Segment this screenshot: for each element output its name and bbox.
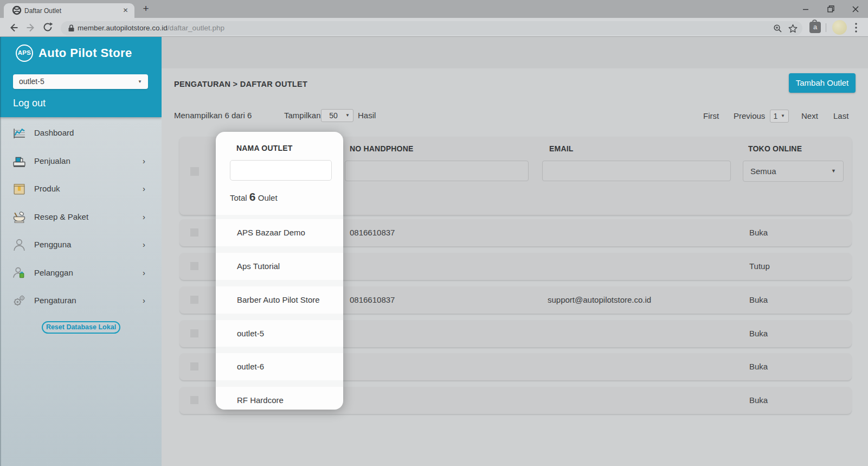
chevron-right-icon: › <box>143 205 145 229</box>
column-header-email: EMAIL <box>549 144 574 153</box>
gears-icon <box>12 294 26 308</box>
menu-kebab-icon[interactable] <box>854 22 858 33</box>
pagination-page-select[interactable]: 1▼ <box>770 110 789 123</box>
address-bar[interactable]: member.autopilotstore.co.id/daftar_outle… <box>61 21 802 35</box>
sidebar-item-produk[interactable]: Produk › <box>0 177 162 201</box>
hasil-label: Hasil <box>358 111 376 120</box>
outlet-name-cell[interactable]: outlet-5 <box>237 320 340 347</box>
tambah-outlet-button[interactable]: Tambah Outlet <box>789 73 856 93</box>
sidebar-item-resep-paket[interactable]: Resep & Paket › <box>0 205 162 229</box>
box-icon <box>12 182 26 196</box>
brand-name: Auto Pilot Store <box>38 46 132 60</box>
chevron-right-icon: › <box>143 149 145 173</box>
outlet-name-cell[interactable]: Aps Tutorial <box>237 253 340 280</box>
sidebar-item-dashboard[interactable]: Dashboard <box>0 121 162 145</box>
row-checkbox[interactable] <box>190 362 198 371</box>
zoom-icon[interactable] <box>773 24 782 33</box>
back-button[interactable] <box>8 22 20 34</box>
browser-titlebar: Daftar Outlet ✕ + <box>0 0 868 18</box>
reset-database-button[interactable]: Reset Database Lokal <box>42 321 120 334</box>
bookmark-star-icon[interactable] <box>788 24 798 33</box>
outlet-name-cell[interactable]: RF Hardcore <box>237 387 340 410</box>
customer-icon <box>12 266 26 280</box>
row-checkbox[interactable] <box>190 262 198 270</box>
outlet-name-cell[interactable]: APS Bazaar Demo <box>237 219 340 246</box>
brand-logo: APS <box>16 44 33 62</box>
column-header-phone: NO HANDPHONE <box>350 144 414 153</box>
name-filter-input[interactable] <box>230 160 332 181</box>
chevron-right-icon: › <box>143 233 145 257</box>
row-gap <box>216 246 343 253</box>
pagination-previous[interactable]: Previous <box>734 111 765 120</box>
chevron-right-icon: › <box>143 289 145 312</box>
favicon-globe-icon <box>12 5 22 15</box>
online-filter-select[interactable]: Semua▼ <box>743 161 844 182</box>
extension-bag-icon[interactable]: a <box>809 22 821 33</box>
pagination-first[interactable]: First <box>703 111 719 120</box>
column-header-name: NAMA OUTLET <box>236 144 293 152</box>
select-all-checkbox[interactable] <box>190 167 199 176</box>
email-filter-input[interactable] <box>542 161 731 181</box>
user-icon <box>12 238 26 252</box>
lock-icon <box>68 24 75 32</box>
main-content: PENGATURAN > DAFTAR OUTLET Tambah Outlet… <box>162 37 868 466</box>
sidebar: APS Auto Pilot Store outlet-5 ▼ Log out … <box>0 37 162 466</box>
outlet-name-cell[interactable]: outlet-6 <box>237 353 340 380</box>
window-close-button[interactable] <box>843 0 868 18</box>
outlet-select[interactable]: outlet-5 ▼ <box>13 74 148 89</box>
window-minimize-button[interactable] <box>793 0 818 18</box>
row-gap <box>216 347 343 353</box>
phone-filter-input[interactable] <box>345 161 529 181</box>
sidebar-item-penjualan[interactable]: Penjualan › <box>0 149 162 173</box>
row-checkbox[interactable] <box>190 296 198 304</box>
chevron-right-icon: › <box>143 177 145 201</box>
showing-count-text: Menampilkan 6 dari 6 <box>174 111 252 120</box>
outlet-name-cell[interactable]: Barber Auto Pilot Store <box>237 286 340 314</box>
dashboard-chart-icon <box>12 126 26 140</box>
content-top-strip <box>162 37 868 68</box>
tab-close-icon[interactable]: ✕ <box>121 6 130 15</box>
total-outlet-text: Total 6 Oulet <box>230 190 278 203</box>
page-size-select[interactable]: 50▼ <box>321 109 353 122</box>
select-caret-icon: ▼ <box>831 161 836 181</box>
row-checkbox[interactable] <box>190 396 198 404</box>
window-left-edge <box>0 37 1 466</box>
select-caret-icon: ▼ <box>781 110 785 122</box>
browser-tab[interactable]: Daftar Outlet ✕ <box>4 3 134 18</box>
sidebar-item-pengaturan[interactable]: Pengaturan › <box>0 289 162 312</box>
toolbar-separator <box>826 23 826 32</box>
sidebar-item-pelanggan[interactable]: Pelanggan › <box>0 261 162 285</box>
pagination-next[interactable]: Next <box>801 111 818 120</box>
pagination-last[interactable]: Last <box>833 111 848 120</box>
forward-button[interactable] <box>25 22 37 34</box>
select-caret-icon: ▼ <box>138 74 142 89</box>
url-text: member.autopilotstore.co.id/daftar_outle… <box>78 24 224 32</box>
row-gap <box>216 380 343 387</box>
mortar-pestle-icon <box>12 210 26 224</box>
sidebar-item-pengguna[interactable]: Pengguna › <box>0 233 162 257</box>
chevron-right-icon: › <box>143 261 145 285</box>
reload-button[interactable] <box>42 22 54 34</box>
nama-outlet-spotlight-card: NAMA OUTLET Total 6 Oulet APS Bazaar Dem… <box>216 132 343 410</box>
cash-register-icon <box>12 155 26 168</box>
window-maximize-button[interactable] <box>818 0 843 18</box>
breadcrumb: PENGATURAN > DAFTAR OUTLET <box>174 80 307 88</box>
browser-toolbar: member.autopilotstore.co.id/daftar_outle… <box>0 18 868 37</box>
row-gap <box>216 215 343 219</box>
tampilkan-label: Tampilkan <box>284 111 321 120</box>
select-caret-icon: ▼ <box>345 110 350 122</box>
profile-avatar[interactable] <box>832 20 847 35</box>
row-checkbox[interactable] <box>190 329 198 337</box>
new-tab-button[interactable]: + <box>140 3 152 15</box>
logout-link[interactable]: Log out <box>13 98 46 109</box>
column-header-online: TOKO ONLINE <box>748 144 802 153</box>
tab-title: Daftar Outlet <box>24 7 61 15</box>
row-gap <box>216 280 343 286</box>
sidebar-header: APS Auto Pilot Store outlet-5 ▼ Log out <box>0 37 162 117</box>
row-gap <box>216 314 343 320</box>
row-checkbox[interactable] <box>190 228 198 237</box>
